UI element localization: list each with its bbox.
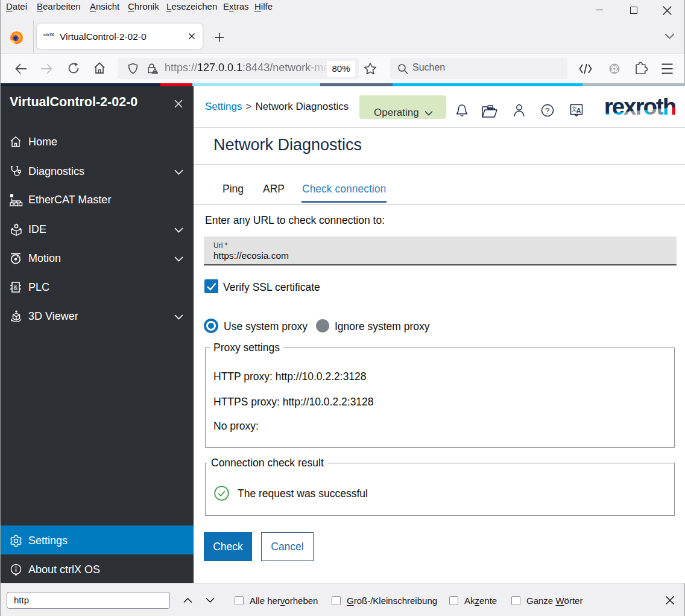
- svg-text:A: A: [576, 107, 581, 114]
- svg-text:?: ?: [545, 106, 549, 115]
- svg-text:&: &: [14, 284, 18, 291]
